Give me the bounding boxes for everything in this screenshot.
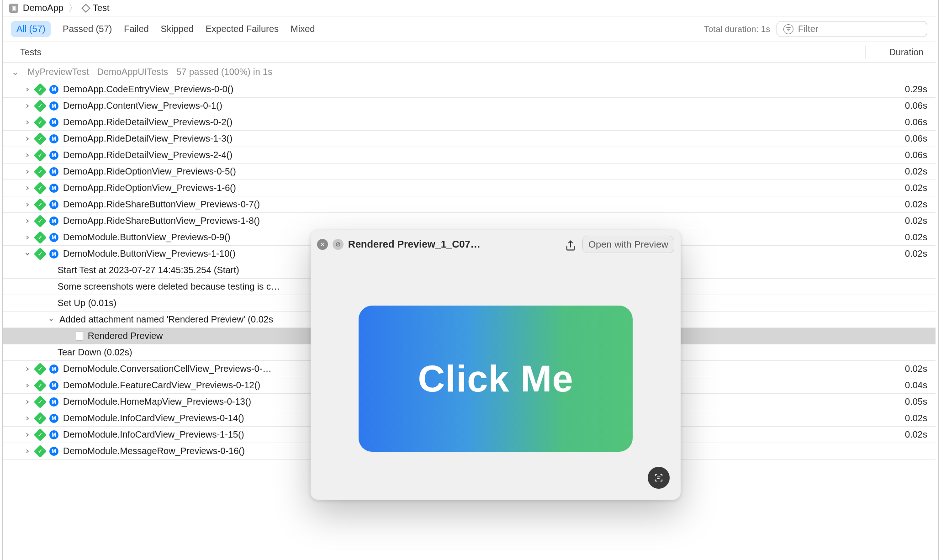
method-icon: M xyxy=(49,85,58,94)
method-icon: M xyxy=(49,118,58,127)
tab-all[interactable]: All (57) xyxy=(11,21,51,37)
tab-expected-failures[interactable]: Expected Failures xyxy=(206,24,279,34)
pass-icon: ✓ xyxy=(36,118,45,127)
total-duration: Total duration: 1s xyxy=(704,24,770,34)
chevron-right-icon[interactable] xyxy=(24,431,31,438)
pass-icon: ✓ xyxy=(36,233,45,242)
tab-mixed[interactable]: Mixed xyxy=(291,24,315,34)
no-entry-icon[interactable] xyxy=(333,239,344,250)
method-icon: M xyxy=(49,184,58,193)
method-icon: M xyxy=(49,447,58,456)
test-row[interactable]: ✓MDemoApp.RideShareButtonView_Previews-0… xyxy=(3,196,936,213)
test-duration: 0.02s xyxy=(877,199,927,210)
test-name: DemoApp.ContentView_Previews-0-1() xyxy=(63,100,872,111)
test-name: DemoApp.RideOptionView_Previews-0-5() xyxy=(63,166,872,177)
test-group-header[interactable]: ⌄ MyPreviewTest DemoAppUITests 57 passed… xyxy=(3,63,936,81)
svg-line-6 xyxy=(337,243,339,246)
test-row[interactable]: ✓MDemoApp.RideOptionView_Previews-1-6()0… xyxy=(3,180,936,196)
close-icon[interactable] xyxy=(317,239,328,250)
chevron-right-icon[interactable] xyxy=(24,119,31,126)
chevron-right-icon[interactable] xyxy=(24,152,31,159)
chevron-right-icon[interactable] xyxy=(24,135,31,143)
pass-icon: ✓ xyxy=(36,151,45,160)
chevron-right-icon[interactable] xyxy=(24,201,31,208)
chevron-right-icon[interactable] xyxy=(24,86,31,93)
chevron-right-icon[interactable] xyxy=(24,102,31,110)
pass-icon: ✓ xyxy=(36,167,45,176)
test-duration: 0.02s xyxy=(877,364,927,374)
pass-icon: ✓ xyxy=(36,249,45,259)
breadcrumb-app[interactable]: DemoApp xyxy=(23,3,63,13)
breadcrumb[interactable]: ▣ DemoApp 〉 Test xyxy=(3,0,936,16)
method-icon: M xyxy=(49,381,58,390)
chevron-right-icon[interactable] xyxy=(24,382,31,389)
pass-icon: ✓ xyxy=(36,430,45,439)
tab-failed[interactable]: Failed xyxy=(124,24,148,34)
method-icon: M xyxy=(49,101,58,111)
group-scheme: MyPreviewTest xyxy=(27,67,89,77)
open-with-preview-button[interactable]: Open with Preview xyxy=(582,236,674,253)
quicklook-header: Rendered Preview_1_C07… Open with Previe… xyxy=(311,230,681,258)
test-row[interactable]: ✓MDemoApp.ContentView_Previews-0-1()0.06… xyxy=(3,98,936,114)
app-icon: ▣ xyxy=(9,4,18,13)
share-icon[interactable] xyxy=(564,239,577,249)
test-row[interactable]: ✓MDemoApp.RideOptionView_Previews-0-5()0… xyxy=(3,164,936,180)
pass-icon: ✓ xyxy=(36,414,45,423)
test-name: DemoApp.RideShareButtonView_Previews-1-8… xyxy=(63,216,872,226)
test-name: DemoApp.RideOptionView_Previews-1-6() xyxy=(63,183,872,193)
chevron-right-icon[interactable] xyxy=(24,185,31,192)
pass-icon: ✓ xyxy=(36,447,45,456)
chevron-right-icon[interactable] xyxy=(24,168,31,175)
test-row[interactable]: ✓MDemoApp.RideShareButtonView_Previews-1… xyxy=(3,213,936,229)
test-duration: 0.02s xyxy=(877,232,927,243)
filter-wrap[interactable] xyxy=(777,21,927,37)
col-duration[interactable]: Duration xyxy=(865,46,927,58)
test-duration: 0.06s xyxy=(877,100,927,111)
quicklook-title: Rendered Preview_1_C07… xyxy=(348,238,481,250)
test-row[interactable]: ✓MDemoApp.CodeEntryView_Previews-0-0()0.… xyxy=(3,81,936,98)
tab-passed[interactable]: Passed (57) xyxy=(63,24,112,34)
test-duration: 0.02s xyxy=(877,429,927,440)
method-icon: M xyxy=(49,134,58,143)
chevron-right-icon[interactable] xyxy=(24,365,31,373)
chevron-right-icon[interactable] xyxy=(24,415,31,422)
test-duration: 0.02s xyxy=(877,216,927,226)
col-tests[interactable]: Tests xyxy=(11,47,865,58)
method-icon: M xyxy=(49,151,58,160)
filter-input[interactable] xyxy=(797,23,920,35)
group-summary: 57 passed (100%) in 1s xyxy=(176,67,272,77)
test-row[interactable]: ✓MDemoApp.RideDetailView_Previews-1-3()0… xyxy=(3,131,936,147)
chevron-down-icon[interactable] xyxy=(24,250,31,258)
test-duration: 0.29s xyxy=(877,84,927,95)
test-row[interactable]: ✓MDemoApp.RideDetailView_Previews-0-2()0… xyxy=(3,114,936,131)
test-name: DemoApp.RideDetailView_Previews-1-3() xyxy=(63,133,872,144)
chevron-right-icon[interactable] xyxy=(24,234,31,241)
chevron-down-icon[interactable] xyxy=(48,316,55,323)
table-header: Tests Duration xyxy=(3,42,936,63)
test-duration: 0.05s xyxy=(877,396,927,407)
test-name: DemoApp.RideDetailView_Previews-0-2() xyxy=(63,117,872,127)
test-row[interactable]: ✓MDemoApp.RideDetailView_Previews-2-4()0… xyxy=(3,147,936,164)
method-icon: M xyxy=(49,397,58,407)
quicklook-popover: Rendered Preview_1_C07… Open with Previe… xyxy=(311,230,681,500)
chevron-right-icon[interactable] xyxy=(24,448,31,455)
method-icon: M xyxy=(49,430,58,439)
breadcrumb-target-wrap[interactable]: Test xyxy=(83,3,110,13)
live-text-icon[interactable] xyxy=(648,467,670,489)
chevron-down-icon[interactable]: ⌄ xyxy=(11,66,19,77)
test-duration: 0.06s xyxy=(877,133,927,144)
chevron-right-icon[interactable] xyxy=(24,217,31,225)
pass-icon: ✓ xyxy=(36,365,45,374)
test-duration: 0.02s xyxy=(877,166,927,177)
method-icon: M xyxy=(49,233,58,242)
pass-icon: ✓ xyxy=(36,200,45,209)
test-duration: 0.06s xyxy=(877,117,927,127)
test-duration: 0.02s xyxy=(877,248,927,259)
filter-icon xyxy=(783,24,793,34)
pass-icon: ✓ xyxy=(36,217,45,226)
tab-skipped[interactable]: Skipped xyxy=(161,24,194,34)
chevron-right-icon[interactable] xyxy=(24,398,31,406)
method-icon: M xyxy=(49,217,58,226)
method-icon: M xyxy=(49,200,58,209)
group-bundle: DemoAppUITests xyxy=(97,67,168,77)
